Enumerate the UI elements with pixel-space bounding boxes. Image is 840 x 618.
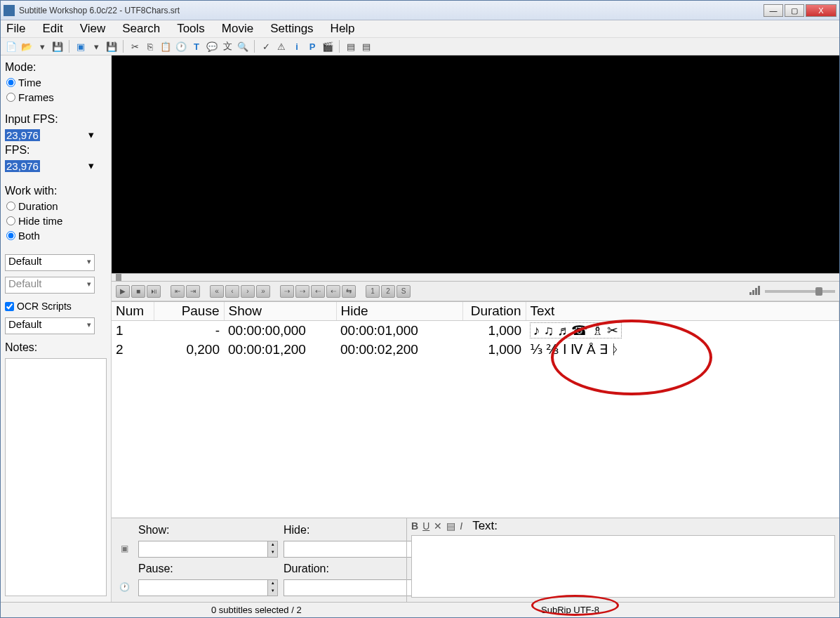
volume-icon: [749, 285, 761, 298]
grid-header-row: Num Pause Show Hide Duration Text: [112, 302, 839, 321]
volume-slider[interactable]: [765, 290, 835, 293]
pause-label: Pause:: [138, 563, 278, 575]
mark1-button[interactable]: ⇢: [280, 285, 294, 298]
duration-input[interactable]: ▴▾: [284, 579, 423, 596]
mark5-button[interactable]: ⇆: [342, 285, 356, 298]
mark4-button[interactable]: ⇠: [326, 285, 340, 298]
work-with-label: Work with:: [5, 185, 107, 197]
time-icon[interactable]: 🕐: [175, 40, 187, 53]
status-bar: 0 subtitles selected / 2 SubRip UTF-8: [1, 602, 839, 617]
menu-view[interactable]: View: [80, 22, 106, 36]
work-duration-radio[interactable]: Duration: [6, 200, 107, 212]
dropdown2-icon[interactable]: ▾: [90, 40, 102, 53]
sidebar: Mode: Time Frames Input FPS: 23,976▾ FPS…: [1, 55, 112, 602]
new-icon[interactable]: 📄: [5, 40, 18, 53]
menu-search[interactable]: Search: [122, 22, 160, 36]
save2-icon[interactable]: 💾: [105, 40, 118, 53]
close-button[interactable]: X: [806, 4, 836, 17]
col-pause[interactable]: Pause: [154, 302, 224, 321]
fwd-button[interactable]: ›: [241, 285, 255, 298]
mode-label: Mode:: [5, 61, 107, 74]
col-num[interactable]: Num: [112, 302, 154, 321]
mode-time-radio[interactable]: Time: [6, 77, 107, 88]
menubar: File Edit View Search Tools Movie Settin…: [1, 20, 839, 37]
doc2-icon[interactable]: ▤: [360, 40, 373, 53]
table-row[interactable]: 1 - 00:00:00,000 00:00:01,000 1,000 ♪ ♫ …: [112, 321, 839, 341]
charset-dropdown[interactable]: Default: [5, 254, 95, 271]
maximize-button[interactable]: ▢: [785, 4, 804, 17]
ffwd-button[interactable]: »: [256, 285, 270, 298]
ocr-scripts-checkbox[interactable]: OCR Scripts: [5, 301, 107, 312]
bold-button[interactable]: B: [411, 520, 418, 532]
pause-input[interactable]: ▴▾: [138, 579, 278, 596]
translate-icon[interactable]: 文: [221, 40, 234, 53]
notes-textarea[interactable]: [5, 358, 107, 596]
charset2-dropdown[interactable]: Default: [5, 277, 95, 294]
duration-label: Duration:: [284, 563, 423, 575]
file2-icon[interactable]: ▣: [74, 40, 87, 53]
clear-format-button[interactable]: ✕: [434, 520, 442, 532]
menu-settings[interactable]: Settings: [270, 22, 313, 36]
menu-file[interactable]: File: [6, 22, 25, 36]
work-hide-radio[interactable]: Hide time: [6, 215, 107, 227]
col-duration[interactable]: Duration: [462, 302, 526, 321]
menu-help[interactable]: Help: [331, 22, 355, 36]
next-button[interactable]: ⇥: [186, 285, 200, 298]
back-button[interactable]: ‹: [225, 285, 239, 298]
play-button[interactable]: ▶: [116, 285, 130, 298]
subtitle-text-input[interactable]: [411, 535, 835, 598]
mark3-button[interactable]: ⇠: [311, 285, 325, 298]
col-show[interactable]: Show: [224, 302, 336, 321]
pause-button[interactable]: ⏯: [147, 285, 161, 298]
subtitle-grid[interactable]: Num Pause Show Hide Duration Text 1 - 00…: [112, 301, 839, 518]
minimize-button[interactable]: —: [764, 4, 783, 17]
warn-icon[interactable]: ⚠: [275, 40, 288, 53]
sync-s-button[interactable]: S: [396, 285, 411, 298]
prev-button[interactable]: ⇤: [171, 285, 185, 298]
italic-button[interactable]: I: [460, 520, 462, 532]
sync2-button[interactable]: 2: [381, 285, 395, 298]
hide-label: Hide:: [284, 524, 423, 537]
jump-show-icon[interactable]: ▣: [119, 544, 130, 555]
show-time-input[interactable]: ▴▾: [138, 541, 278, 558]
p-icon[interactable]: P: [306, 40, 319, 53]
status-format: SubRip UTF-8: [541, 605, 599, 615]
chat-icon[interactable]: 💬: [206, 40, 218, 53]
underline-button[interactable]: U: [422, 520, 429, 532]
mark2-button[interactable]: ⇢: [295, 285, 309, 298]
work-both-radio[interactable]: Both: [6, 230, 107, 242]
input-fps-field[interactable]: 23,976: [5, 129, 40, 141]
open-icon[interactable]: 📂: [20, 40, 33, 53]
show-label: Show:: [138, 524, 278, 537]
fps-field[interactable]: 23,976: [5, 160, 40, 172]
fps-label: FPS:: [5, 144, 107, 157]
copy-icon[interactable]: ⎘: [144, 40, 156, 53]
cut-icon[interactable]: ✂: [128, 40, 141, 53]
seek-bar[interactable]: [112, 273, 839, 282]
col-hide[interactable]: Hide: [336, 302, 462, 321]
spell-icon[interactable]: ✓: [260, 40, 272, 53]
rew-button[interactable]: «: [210, 285, 224, 298]
col-text[interactable]: Text: [526, 302, 839, 321]
mode-frames-radio[interactable]: Frames: [6, 91, 107, 103]
menu-tools[interactable]: Tools: [177, 22, 205, 36]
menu-movie[interactable]: Movie: [222, 22, 253, 36]
table-row[interactable]: 2 0,200 00:00:01,200 00:00:02,200 1,000 …: [112, 340, 839, 359]
sync1-button[interactable]: 1: [366, 285, 380, 298]
format-button[interactable]: ▤: [446, 520, 455, 532]
doc1-icon[interactable]: ▤: [345, 40, 357, 53]
clock1-icon[interactable]: 🕐: [119, 582, 130, 593]
dropdown-icon[interactable]: ▾: [36, 40, 48, 53]
search-icon[interactable]: 🔍: [236, 40, 249, 53]
notes-label: Notes:: [5, 341, 107, 354]
video-preview[interactable]: [112, 55, 839, 273]
ocr-dropdown[interactable]: Default: [5, 317, 95, 334]
info-icon[interactable]: i: [291, 40, 303, 53]
hide-time-input[interactable]: ▴▾: [284, 541, 423, 558]
stop-button[interactable]: ■: [131, 285, 145, 298]
text-icon[interactable]: T: [190, 40, 203, 53]
save-icon[interactable]: 💾: [51, 40, 64, 53]
film-icon[interactable]: 🎬: [321, 40, 334, 53]
paste-icon[interactable]: 📋: [159, 40, 172, 53]
menu-edit[interactable]: Edit: [42, 22, 62, 36]
